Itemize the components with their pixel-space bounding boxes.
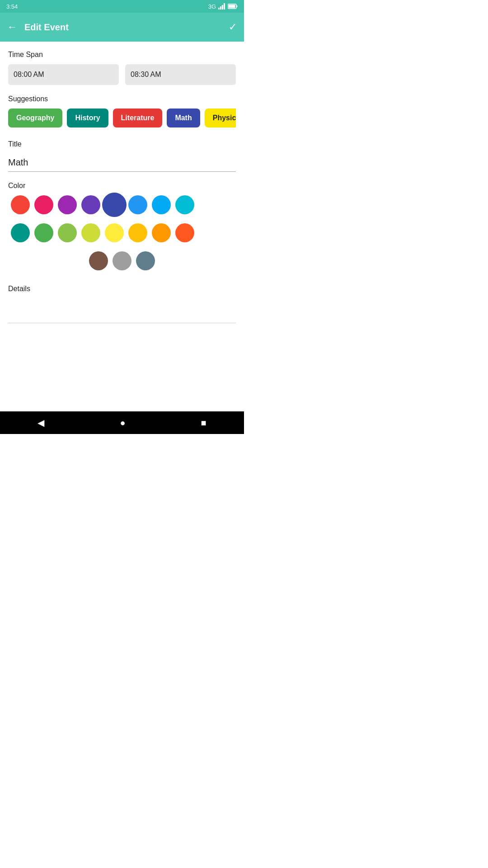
- nav-back-button[interactable]: ◀: [38, 417, 44, 428]
- color-dot-4[interactable]: [102, 193, 127, 217]
- suggestion-chip-history[interactable]: History: [67, 108, 108, 127]
- color-dot-11[interactable]: [81, 223, 100, 242]
- suggestion-chip-physics[interactable]: Physics: [205, 108, 236, 127]
- color-dot-10[interactable]: [58, 223, 77, 242]
- color-dot-2[interactable]: [58, 195, 77, 214]
- color-dot-17[interactable]: [113, 251, 131, 270]
- svg-rect-6: [229, 5, 235, 8]
- color-dot-8[interactable]: [11, 223, 30, 242]
- color-dot-14[interactable]: [152, 223, 171, 242]
- nav-home-button[interactable]: ●: [120, 418, 125, 428]
- network-label: 3G: [208, 3, 216, 10]
- color-dot-9[interactable]: [34, 223, 53, 242]
- suggestion-chip-geography[interactable]: Geography: [8, 108, 62, 127]
- back-button[interactable]: ←: [7, 21, 17, 33]
- svg-rect-5: [237, 5, 238, 7]
- color-dot-7[interactable]: [175, 195, 194, 214]
- suggestions-list: GeographyHistoryLiteratureMathPhysics: [8, 108, 236, 130]
- color-dot-12[interactable]: [105, 223, 124, 242]
- svg-rect-0: [218, 8, 220, 9]
- nav-bar: ◀ ● ■: [0, 411, 244, 434]
- svg-rect-3: [224, 3, 225, 9]
- signal-icon: [218, 3, 225, 9]
- color-dot-13[interactable]: [128, 223, 147, 242]
- details-input[interactable]: [8, 298, 236, 323]
- color-dot-5[interactable]: [128, 195, 147, 214]
- color-label: Color: [8, 182, 236, 190]
- toolbar: ← Edit Event ✓: [0, 13, 244, 42]
- time-span-row: 08:00 AM 08:30 AM: [8, 64, 236, 85]
- color-dot-16[interactable]: [89, 251, 108, 270]
- nav-recents-button[interactable]: ■: [201, 418, 206, 428]
- svg-rect-2: [222, 5, 223, 9]
- save-button[interactable]: ✓: [229, 21, 237, 33]
- status-icons: 3G: [208, 3, 238, 10]
- suggestion-chip-math[interactable]: Math: [167, 108, 200, 127]
- content-area: Time Span 08:00 AM 08:30 AM Suggestions …: [0, 42, 244, 411]
- color-dot-6[interactable]: [152, 195, 171, 214]
- end-time-button[interactable]: 08:30 AM: [125, 64, 236, 85]
- color-dot-15[interactable]: [175, 223, 194, 242]
- suggestions-label: Suggestions: [8, 95, 236, 103]
- battery-icon: [228, 4, 238, 9]
- page-title: Edit Event: [24, 22, 229, 33]
- status-bar: 3:54 3G: [0, 0, 244, 13]
- color-dot-18[interactable]: [136, 251, 155, 270]
- color-dot-1[interactable]: [34, 195, 53, 214]
- status-time: 3:54: [6, 3, 18, 10]
- color-dot-3[interactable]: [81, 195, 100, 214]
- title-label: Title: [8, 140, 236, 148]
- color-dot-0[interactable]: [11, 195, 30, 214]
- title-input[interactable]: [8, 154, 236, 172]
- color-picker: [8, 195, 236, 275]
- details-label: Details: [8, 285, 236, 293]
- start-time-button[interactable]: 08:00 AM: [8, 64, 119, 85]
- svg-rect-1: [220, 6, 221, 9]
- suggestion-chip-literature[interactable]: Literature: [113, 108, 163, 127]
- time-span-label: Time Span: [8, 51, 236, 59]
